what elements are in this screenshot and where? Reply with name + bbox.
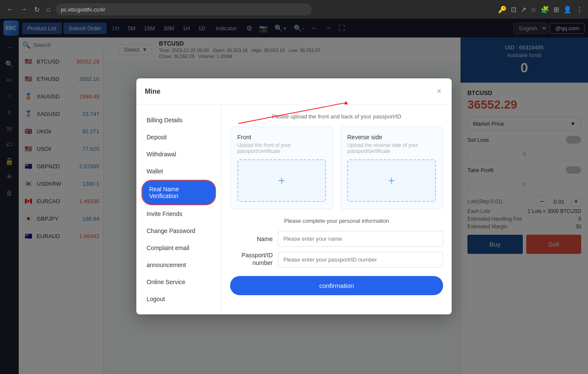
- modal-menu-item-complaint-email[interactable]: Complaint email: [136, 239, 221, 256]
- front-upload-box[interactable]: +: [237, 159, 326, 202]
- upload-instruction: Please upload the front and back of your…: [230, 113, 443, 120]
- forward-btn[interactable]: →: [19, 4, 29, 15]
- profile-icon: 👤: [563, 6, 572, 14]
- refresh-btn[interactable]: ↻: [32, 4, 41, 15]
- reverse-upload-box[interactable]: +: [347, 159, 436, 202]
- tab-icon: ⊡: [511, 6, 516, 14]
- confirm-btn[interactable]: confirmation: [230, 276, 443, 295]
- menu-icon: ⋮: [576, 6, 583, 14]
- reverse-upload-card: Reverse side Upload the reverse side of …: [340, 127, 443, 209]
- puzzle-icon: 🧩: [541, 6, 549, 14]
- modal-header: Mine ×: [136, 78, 452, 105]
- star-icon: ☆: [530, 6, 536, 14]
- passport-label2: number: [230, 259, 273, 266]
- name-label: Name: [230, 236, 273, 242]
- modal-menu-item-change-password[interactable]: Change Password: [136, 222, 221, 239]
- reverse-subtitle: Upload the reverse side of your passport…: [347, 142, 436, 154]
- modal-overlay[interactable]: Mine × Billing DetailsDepositWithdrawalW…: [0, 19, 588, 374]
- modal-body: Billing DetailsDepositWithdrawalWalletRe…: [136, 105, 452, 314]
- reverse-title: Reverse side: [347, 134, 436, 141]
- modal-menu-item-billing-details[interactable]: Billing Details: [136, 112, 221, 129]
- modal-menu-item-announcement[interactable]: announcement: [136, 256, 221, 273]
- name-row: Name: [230, 231, 443, 247]
- name-input[interactable]: [278, 231, 443, 247]
- front-title: Front: [237, 134, 326, 141]
- app: EBC Product List Submit Order 1M 5M 15M …: [0, 19, 588, 374]
- modal-menu-item-real-name-verification[interactable]: Real Name Verification: [141, 180, 216, 205]
- url-text: pc.ebcgoldfx.cc/#/: [61, 6, 105, 13]
- passport-input[interactable]: [278, 252, 443, 268]
- modal-title: Mine: [145, 88, 160, 95]
- modal-close-btn[interactable]: ×: [435, 85, 443, 98]
- modal-menu-item-invite-friends[interactable]: Invite Friends: [136, 205, 221, 222]
- modal-content-area: Please upload the front and back of your…: [222, 105, 452, 314]
- modal-menu-item-withdrawal[interactable]: Withdrawal: [136, 146, 221, 163]
- modal: Mine × Billing DetailsDepositWithdrawalW…: [136, 78, 452, 314]
- form-section-title: Please complete your personal informatio…: [230, 218, 443, 224]
- modal-menu-item-online-service[interactable]: Online Service: [136, 273, 221, 291]
- share-icon: ↗: [521, 6, 526, 14]
- passport-row: Passport/ID number: [230, 252, 443, 268]
- modal-menu-item-wallet[interactable]: Wallet: [136, 163, 221, 180]
- window-icon: ⊞: [553, 6, 559, 14]
- modal-menu-item-deposit[interactable]: Deposit: [136, 129, 221, 146]
- back-btn[interactable]: ←: [5, 4, 15, 15]
- front-upload-card: Front Upload the front of your passport/…: [230, 127, 333, 209]
- modal-menu-item-logout[interactable]: Logout: [136, 291, 221, 308]
- browser-icons: 🔑 ⊡ ↗ ☆ 🧩 ⊞ 👤 ⋮: [498, 6, 583, 14]
- key-icon: 🔑: [498, 6, 507, 14]
- home-btn[interactable]: ⌂: [45, 4, 52, 15]
- modal-sidebar: Billing DetailsDepositWithdrawalWalletRe…: [136, 105, 222, 314]
- passport-label: Passport/ID: [230, 252, 273, 259]
- browser-chrome: ← → ↻ ⌂ pc.ebcgoldfx.cc/#/ 🔑 ⊡ ↗ ☆ 🧩 ⊞ 👤…: [0, 0, 588, 19]
- address-bar[interactable]: pc.ebcgoldfx.cc/#/: [56, 3, 311, 15]
- upload-grid: Front Upload the front of your passport/…: [230, 127, 443, 209]
- front-subtitle: Upload the front of your passport/certif…: [237, 142, 326, 154]
